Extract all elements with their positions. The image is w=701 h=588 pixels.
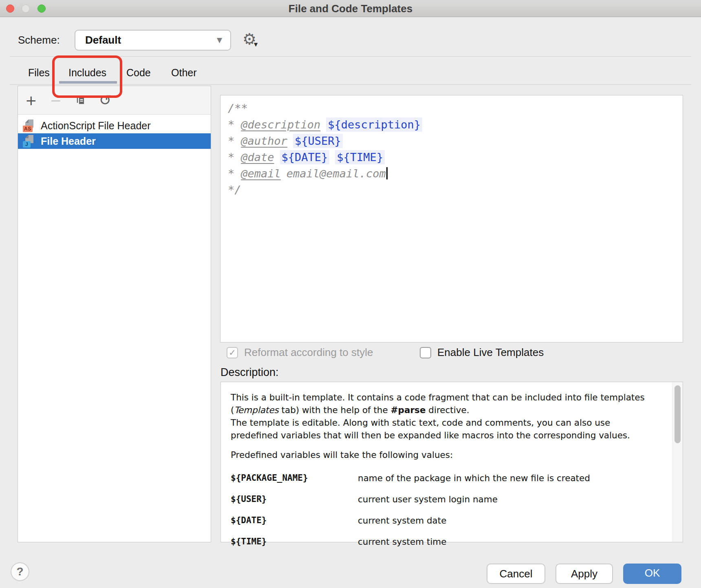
actionscript-badge: AS bbox=[23, 126, 33, 132]
remove-template-button: − bbox=[50, 93, 62, 107]
description-text-line: This is a built-in template. It contains… bbox=[231, 391, 683, 404]
code-line: *@emailemail@email.com bbox=[228, 166, 683, 182]
variable-description: current system time bbox=[358, 535, 447, 548]
template-variable: ${TIME} bbox=[335, 150, 385, 164]
reset-to-default-button[interactable]: ↺ bbox=[99, 93, 111, 107]
javascript-badge: J bbox=[23, 141, 31, 148]
tab-files[interactable]: Files bbox=[28, 64, 50, 81]
add-template-button[interactable]: + bbox=[25, 93, 37, 107]
description-text-line: Predefined variables will take the follo… bbox=[231, 449, 683, 461]
description-box: This is a built-in template. It contains… bbox=[220, 382, 683, 542]
window-title: File and Code Templates bbox=[0, 0, 701, 17]
tab-code[interactable]: Code bbox=[126, 64, 151, 81]
doc-tag: @date bbox=[241, 151, 274, 164]
variable-row: ${DATE} current system date bbox=[231, 514, 683, 527]
template-variable: ${DATE} bbox=[280, 150, 330, 164]
description-text-line: The template is editable. Along with sta… bbox=[231, 416, 683, 429]
description-text-line: predefined variables that will then be e… bbox=[231, 429, 683, 442]
ok-button[interactable]: OK bbox=[623, 564, 681, 584]
title-bar: File and Code Templates bbox=[0, 0, 701, 17]
variable-row: ${PACKAGE_NAME} name of the package in w… bbox=[231, 472, 683, 484]
list-item-label: File Header bbox=[41, 135, 96, 147]
description-text-line: (Templates tab) with the help of the #pa… bbox=[231, 404, 683, 416]
code-line: *@description${description} bbox=[228, 117, 683, 133]
variable-name: ${DATE} bbox=[231, 514, 358, 527]
variable-description: current user system login name bbox=[358, 493, 498, 506]
variable-name: ${TIME} bbox=[231, 535, 358, 548]
reformat-checkbox-option: ✓ Reformat according to style bbox=[227, 346, 373, 359]
code-line: */ bbox=[228, 182, 683, 198]
tab-other[interactable]: Other bbox=[171, 64, 197, 81]
template-variable: ${description} bbox=[326, 117, 422, 132]
template-variable: ${USER} bbox=[293, 134, 343, 148]
template-list: AS ActionScript File Header J File Heade… bbox=[18, 118, 211, 149]
javascript-file-icon: J bbox=[23, 135, 35, 148]
live-templates-checkbox[interactable] bbox=[420, 347, 431, 358]
separator-below-tabs bbox=[10, 84, 691, 85]
list-item-actionscript-file-header[interactable]: AS ActionScript File Header bbox=[18, 118, 211, 133]
active-tab-indicator bbox=[59, 81, 117, 84]
list-toolbar: + − ↺ bbox=[18, 86, 211, 115]
variable-row: ${USER} current user system login name bbox=[231, 493, 683, 506]
chevron-down-icon: ▼ bbox=[217, 31, 222, 50]
scheme-actions-button[interactable]: ⚙ ▼ bbox=[242, 30, 262, 51]
doc-tag: @description bbox=[241, 118, 320, 131]
predefined-variables-table: ${PACKAGE_NAME} name of the package in w… bbox=[231, 472, 683, 548]
apply-button[interactable]: Apply bbox=[556, 564, 613, 584]
cancel-button[interactable]: Cancel bbox=[487, 564, 545, 584]
doc-tag: @author bbox=[241, 135, 287, 147]
live-templates-checkbox-label: Enable Live Templates bbox=[437, 346, 544, 359]
description-scrollbar-thumb[interactable] bbox=[675, 385, 681, 443]
code-line: *@author${USER} bbox=[228, 133, 683, 149]
doc-tag: @email bbox=[241, 167, 281, 180]
description-label: Description: bbox=[220, 366, 279, 379]
list-item-label: ActionScript File Header bbox=[41, 120, 151, 132]
variable-description: current system date bbox=[358, 514, 446, 527]
actionscript-file-icon: AS bbox=[23, 119, 35, 132]
reformat-checkbox: ✓ bbox=[227, 347, 238, 358]
code-line: *@date${DATE}${TIME} bbox=[228, 149, 683, 166]
live-templates-checkbox-option[interactable]: Enable Live Templates bbox=[420, 346, 544, 359]
template-list-panel: + − ↺ AS ActionScript File Header J File… bbox=[18, 86, 211, 542]
template-editor[interactable]: /** *@description${description} *@author… bbox=[220, 95, 683, 343]
reformat-checkbox-label: Reformat according to style bbox=[244, 346, 373, 359]
variable-name: ${PACKAGE_NAME} bbox=[231, 472, 358, 484]
copy-template-button[interactable] bbox=[75, 95, 86, 106]
check-icon: ✓ bbox=[229, 348, 236, 358]
help-button[interactable]: ? bbox=[11, 562, 29, 581]
list-item-file-header[interactable]: J File Header bbox=[18, 133, 211, 149]
variable-description: name of the package in which the new fil… bbox=[358, 472, 590, 484]
scheme-selected-value: Default bbox=[85, 31, 121, 50]
variable-row: ${TIME} current system time bbox=[231, 535, 683, 548]
scheme-dropdown[interactable]: Default ▼ bbox=[75, 30, 231, 51]
scheme-label: Scheme: bbox=[18, 34, 60, 46]
description-scrollbar[interactable] bbox=[672, 382, 683, 542]
text-cursor bbox=[386, 167, 388, 179]
variable-name: ${USER} bbox=[231, 493, 358, 506]
tab-includes[interactable]: Includes bbox=[68, 64, 106, 81]
code-line: /** bbox=[228, 100, 683, 117]
gear-caret-icon: ▼ bbox=[254, 42, 258, 47]
separator-above-tabs bbox=[10, 56, 691, 57]
